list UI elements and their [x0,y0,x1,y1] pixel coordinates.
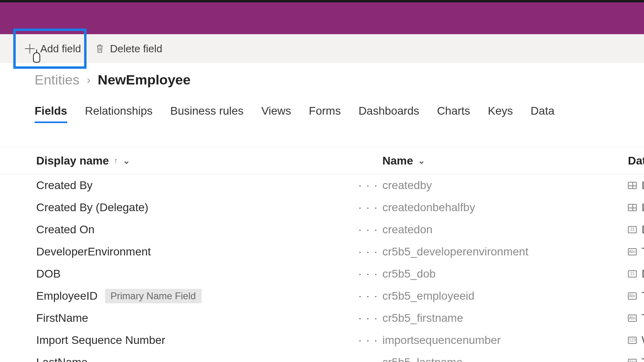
row-more-icon[interactable]: · · · [354,245,382,258]
breadcrumb-root[interactable]: Entities [35,72,80,88]
tab-forms[interactable]: Forms [309,105,341,123]
data-type-cell: 21Date a [628,223,644,236]
display-name-text: Created By (Delegate) [36,201,149,214]
text-type-icon: Abc [628,359,637,362]
text-type-icon: Abc [628,315,637,322]
delete-field-button[interactable]: Delete field [91,39,166,58]
fields-table: Display name ↑ ⌄ Name ⌄ Data type Create… [0,147,644,362]
date-type-icon: 21 [628,270,637,278]
row-more-icon[interactable]: · · · [354,334,382,347]
display-name-text: FirstName [36,312,88,325]
table-row[interactable]: Created On· · ·createdon21Date a [0,218,644,241]
trash-icon [95,43,104,54]
tab-relationships[interactable]: Relationships [85,105,153,123]
text-type-icon: Abc [628,292,637,300]
display-name-cell: Created By [36,179,354,192]
display-name-cell: Created On [36,223,354,236]
tab-data[interactable]: Data [530,105,554,123]
add-field-label: Add field [40,43,81,55]
table-row[interactable]: DeveloperEnvironment· · ·cr5b5_developer… [0,241,644,263]
row-more-icon[interactable]: · · · [354,179,382,192]
table-row[interactable]: LastName· · ·cr5b5_lastnameAbcText [0,351,644,362]
name-cell: cr5b5_developerenvironment [382,245,628,258]
grid-type-icon [628,182,637,189]
data-type-text: Date a [642,223,644,236]
table-header: Display name ↑ ⌄ Name ⌄ Data type [0,148,644,174]
display-name-cell: LastName [36,356,354,362]
tab-charts[interactable]: Charts [437,105,470,123]
display-name-text: DOB [36,267,61,280]
chevron-down-icon[interactable]: ⌄ [418,156,425,166]
table-row[interactable]: Import Sequence Number· · ·importsequenc… [0,329,644,351]
data-type-text: Lookup [642,201,644,214]
breadcrumb: Entities › NewEmployee [0,63,644,88]
tutorial-cursor-icon [31,48,42,63]
display-name-cell: Import Sequence Number [36,334,354,347]
chevron-down-icon[interactable]: ⌄ [123,156,130,166]
tab-business-rules[interactable]: Business rules [170,105,244,123]
breadcrumb-current: NewEmployee [98,72,191,88]
column-display-name-label: Display name [36,154,109,167]
column-name-label: Name [382,154,413,167]
table-row[interactable]: Created By (Delegate)· · ·createdonbehal… [0,196,644,218]
delete-field-label: Delete field [110,43,162,55]
chevron-right-icon: › [87,74,91,86]
tab-views[interactable]: Views [261,105,291,123]
data-type-cell: AbcText [628,356,644,362]
tab-keys[interactable]: Keys [488,105,513,123]
name-cell: cr5b5_lastname [382,356,628,362]
row-more-icon[interactable]: · · · [354,312,382,325]
name-cell: createdonbehalfby [382,201,628,214]
display-name-cell: FirstName [36,312,354,325]
data-type-text: Whole [642,334,644,347]
column-name[interactable]: Name ⌄ [382,154,628,167]
display-name-text: Import Sequence Number [36,334,165,347]
name-cell: createdon [382,223,628,236]
name-cell: cr5b5_employeeid [382,290,628,302]
command-bar: Add field Delete field [0,34,644,63]
grid-type-icon [628,204,637,211]
display-name-cell: DOB [36,267,354,280]
text-type-icon: Abc [628,248,637,255]
sort-ascending-icon: ↑ [114,156,118,165]
tab-dashboards[interactable]: Dashboards [359,105,419,123]
data-type-cell: Lookup [628,179,644,192]
data-type-cell: Lookup [628,201,644,214]
display-name-text: DeveloperEnvironment [36,245,151,258]
row-more-icon[interactable]: · · · [354,201,382,214]
num-type-icon: 123 [628,337,637,344]
column-display-name[interactable]: Display name ↑ ⌄ [36,154,354,167]
display-name-text: LastName [36,356,88,362]
display-name-text: Created By [36,179,93,192]
row-more-icon[interactable]: · · · [354,356,382,362]
display-name-text: EmployeeID [36,290,98,302]
table-row[interactable]: EmployeeIDPrimary Name Field· · ·cr5b5_e… [0,285,644,307]
table-row[interactable]: FirstName· · ·cr5b5_firstnameAbcText [0,307,644,329]
add-field-button[interactable]: Add field [21,39,85,58]
table-row[interactable]: DOB· · ·cr5b5_dob21Date O [0,263,644,285]
row-more-icon[interactable]: · · · [354,290,382,302]
name-cell: createdby [382,179,628,192]
primary-name-badge: Primary Name Field [105,289,202,303]
name-cell: cr5b5_dob [382,267,628,280]
data-type-text: Date O [642,267,644,280]
data-type-cell: AbcText [628,245,644,258]
entity-tabs: Fields Relationships Business rules View… [0,88,644,123]
table-row[interactable]: Created By· · ·createdbyLookup [0,174,644,196]
display-name-cell: EmployeeIDPrimary Name Field [36,289,354,303]
row-more-icon[interactable]: · · · [354,267,382,280]
data-type-cell: AbcText [628,290,644,302]
data-type-cell: AbcText [628,312,644,325]
data-type-text: Text [642,356,644,362]
app-header-bar [0,2,644,34]
tab-fields[interactable]: Fields [35,105,67,123]
data-type-text: Text [642,245,644,258]
name-cell: cr5b5_firstname [382,312,628,325]
data-type-text: Text [642,290,644,302]
date-type-icon: 21 [628,226,637,233]
data-type-cell: 21Date O [628,267,644,280]
display-name-cell: DeveloperEnvironment [36,245,354,258]
column-data-type[interactable]: Data type [628,154,644,167]
column-data-type-label: Data type [628,154,644,167]
row-more-icon[interactable]: · · · [354,223,382,236]
